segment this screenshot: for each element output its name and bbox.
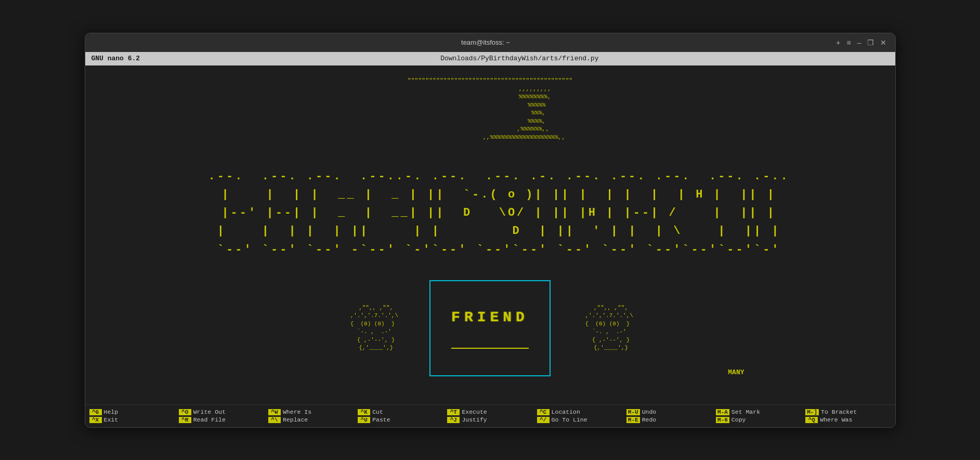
many-label: MANY: [728, 369, 744, 376]
shortcut-label-location: Location: [552, 409, 580, 415]
shortcut-key-cut: ^K: [358, 409, 370, 415]
shortcut-key-undo: M-U: [626, 409, 640, 415]
shortcut-where-is[interactable]: ^W Where Is: [266, 408, 356, 416]
ascii-art-container: """"""""""""""""""""""""""""""""""""""""…: [89, 68, 891, 402]
shortcut-label-where-was: Where Was: [820, 416, 852, 423]
shortcut-label-paste: Paste: [372, 416, 390, 423]
shortcut-key-justify: ^J: [447, 417, 460, 423]
shortcut-label-write-out: Write Out: [193, 409, 226, 415]
shortcut-cut[interactable]: ^K Cut: [356, 408, 445, 416]
shortcut-paste[interactable]: ^U Paste: [356, 416, 445, 424]
shortcut-write-out[interactable]: ^O Write Out: [177, 408, 266, 416]
shortcut-redo[interactable]: M-E Redo: [624, 416, 714, 424]
shortcut-key-write-out: ^O: [179, 409, 191, 415]
add-tab-button[interactable]: +: [836, 38, 840, 47]
friend-box: FRIEND: [429, 280, 551, 376]
shortcut-key-replace: ^\: [268, 417, 281, 423]
close-button[interactable]: ✕: [880, 38, 886, 47]
shortcut-label-set-mark: Set Mark: [731, 409, 760, 415]
shortcut-execute[interactable]: ^T Execute: [445, 408, 534, 416]
shortcut-key-paste: ^U: [358, 417, 370, 423]
shortcut-read-file[interactable]: ^R Read File: [177, 416, 266, 424]
shortcut-undo[interactable]: M-U Undo: [624, 408, 714, 416]
shortcut-to-bracket[interactable]: M-] To Bracket: [803, 408, 893, 416]
shortcut-justify[interactable]: ^J Justify: [445, 416, 534, 424]
shortcut-key-exit: ^X: [89, 417, 102, 423]
shortcut-go-to-line[interactable]: ^/ Go To Line: [535, 416, 624, 424]
shortcut-label-copy: Copy: [731, 416, 746, 423]
shortcut-key-go-to-line: ^/: [537, 417, 550, 423]
shortcut-label-where-is: Where Is: [283, 409, 311, 415]
terminal-window: team@itsfoss: ~ + ≡ – ❐ ✕ GNU nano 6.2 D…: [85, 33, 896, 428]
shortcut-help[interactable]: ^G Help: [87, 408, 177, 416]
shortcut-label-go-to-line: Go To Line: [552, 416, 587, 423]
shortcut-key-execute: ^T: [447, 409, 460, 415]
shortcut-key-location: ^C: [537, 409, 550, 415]
ascii-art: """"""""""""""""""""""""""""""""""""""""…: [190, 69, 790, 404]
shortcut-label-cut: Cut: [372, 409, 383, 415]
shortcut-key-copy: M-6: [716, 417, 729, 423]
shortcut-row-1: ^G Help ^O Write Out ^W Where Is ^K Cut …: [87, 408, 893, 416]
shortcut-copy[interactable]: M-6 Copy: [714, 416, 803, 424]
shortcut-key-redo: M-E: [626, 417, 640, 423]
shortcut-label-undo: Undo: [642, 409, 657, 415]
shortcut-replace[interactable]: ^\ Replace: [266, 416, 356, 424]
minimize-button[interactable]: –: [857, 38, 861, 47]
shortcut-exit[interactable]: ^X Exit: [87, 416, 177, 424]
shortcut-key-help: ^G: [89, 409, 102, 415]
shortcut-key-where-was: ^Q: [805, 417, 818, 423]
editor-footer: ^G Help ^O Write Out ^W Where Is ^K Cut …: [85, 404, 895, 427]
shortcut-label-help: Help: [104, 409, 119, 415]
shortcut-key-read-file: ^R: [179, 417, 191, 423]
filename: Downloads/PyBirthdayWish/arts/friend.py: [150, 55, 888, 62]
app-name: GNU nano 6.2: [92, 55, 140, 62]
shortcut-label-read-file: Read File: [193, 416, 226, 423]
editor-content[interactable]: """"""""""""""""""""""""""""""""""""""""…: [85, 65, 895, 404]
shortcut-label-replace: Replace: [283, 416, 308, 423]
menu-button[interactable]: ≡: [847, 38, 851, 47]
shortcut-where-was[interactable]: ^Q Where Was: [803, 416, 893, 424]
shortcut-label-justify: Justify: [462, 416, 487, 423]
maximize-button[interactable]: ❐: [867, 38, 874, 47]
shortcut-label-redo: Redo: [642, 416, 657, 423]
shortcut-location[interactable]: ^C Location: [535, 408, 624, 416]
shortcut-label-to-bracket: To Bracket: [821, 409, 857, 415]
editor-header: GNU nano 6.2 Downloads/PyBirthdayWish/ar…: [85, 52, 895, 65]
shortcut-key-to-bracket: M-]: [805, 409, 819, 415]
shortcut-key-where-is: ^W: [268, 409, 281, 415]
shortcut-key-set-mark: M-A: [716, 409, 729, 415]
shortcut-label-execute: Execute: [462, 409, 487, 415]
shortcut-row-2: ^X Exit ^R Read File ^\ Replace ^U Paste…: [87, 416, 893, 424]
window-controls: + ≡ – ❐ ✕: [836, 38, 886, 47]
shortcut-label-exit: Exit: [104, 416, 119, 423]
title-bar: team@itsfoss: ~ + ≡ – ❐ ✕: [85, 33, 895, 52]
window-title: team@itsfoss: ~: [461, 38, 510, 46]
shortcut-set-mark[interactable]: M-A Set Mark: [714, 408, 803, 416]
friend-text: FRIEND: [451, 308, 529, 327]
